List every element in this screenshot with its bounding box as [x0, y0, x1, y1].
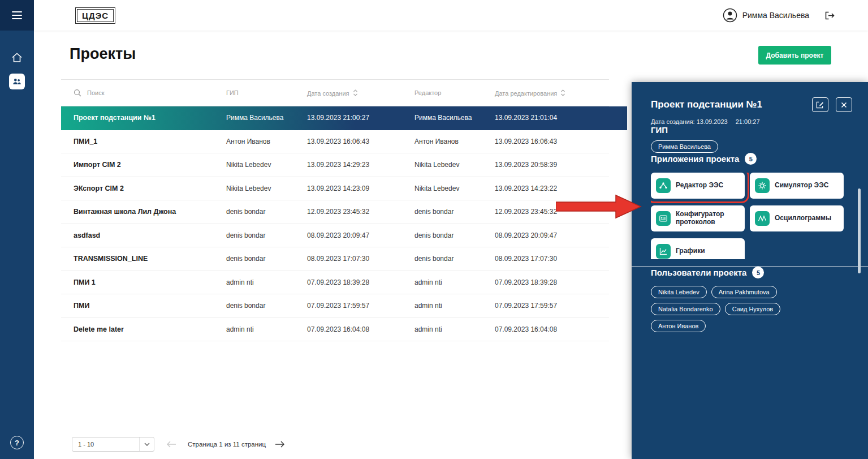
project-app-button[interactable]: Редактор ЭЭС [651, 173, 745, 199]
project-name-cell: Импорт CIM 2 [74, 161, 121, 169]
page-title: Проекты [70, 45, 136, 63]
page-size-select[interactable]: 1 - 10 [72, 437, 154, 452]
app-logo-text: ЦДЭС [77, 9, 114, 22]
table-row[interactable]: TRANSMISSION_LINE denis bondar 08.09.202… [61, 247, 609, 271]
user-name: Римма Васильева [742, 11, 809, 20]
project-name-cell: TRANSMISSION_LINE [74, 255, 148, 263]
created-date-cell: 08.09.2023 17:07:30 [307, 255, 369, 263]
project-name-cell: ПМИ_1 [74, 138, 97, 145]
edited-date-cell: 13.09.2023 14:23:22 [495, 185, 557, 192]
table-row[interactable]: ПМИ_1 Антон Иванов 13.09.2023 16:06:43 А… [61, 130, 609, 154]
user-chip: Саид Нухулов [725, 303, 781, 315]
page-range: 1 - 10 [72, 441, 94, 448]
table-row[interactable]: ПМИ 1 admin nti 07.09.2023 18:39:28 admi… [61, 271, 609, 295]
sort-icon[interactable] [560, 89, 565, 97]
apps-count-badge: 5 [745, 153, 757, 165]
app-logo: ЦДЭС [75, 7, 115, 24]
user-menu[interactable]: Римма Васильева [723, 8, 809, 23]
hamburger-icon [12, 11, 22, 12]
table-row[interactable]: ПМИ denis bondar 07.09.2023 17:59:57 adm… [61, 294, 609, 318]
close-icon [841, 102, 847, 108]
sort-icon[interactable] [353, 89, 358, 97]
apps-section-heading: Приложения проекта 5 [651, 153, 852, 165]
created-date-cell: 07.09.2023 16:04:08 [307, 325, 369, 333]
created-date-cell: 12.09.2023 23:45:32 [307, 208, 369, 216]
search-field[interactable] [74, 89, 165, 97]
close-panel-button[interactable] [836, 97, 852, 112]
project-name-cell: Delete me later [74, 325, 124, 333]
search-input[interactable] [86, 89, 165, 97]
topbar: ЦДЭС Римма Васильева [34, 0, 868, 31]
table-row[interactable]: Винтажная школа Лил Джона denis bondar 1… [61, 200, 609, 224]
users-section-heading: Пользователи проекта 5 [651, 267, 852, 278]
editor-cell: admin nti [414, 278, 442, 286]
table-row[interactable]: asdfasd denis bondar 08.09.2023 20:09:47… [61, 224, 609, 248]
project-name-cell: ПМИ [74, 302, 89, 310]
gip-cell: Nikita Lebedev [226, 185, 271, 192]
panel-actions [812, 97, 852, 112]
table-row[interactable]: ЭКспорт CIM 2 Nikita Lebedev 13.09.2023 … [61, 177, 609, 201]
edit-project-button[interactable] [812, 97, 828, 112]
menu-button[interactable] [0, 0, 34, 31]
gip-label: ГИП [651, 125, 852, 135]
table-row[interactable]: Delete me later admin nti 07.09.2023 16:… [61, 318, 609, 342]
sidebar-item-home[interactable] [9, 50, 25, 66]
scrollbar-thumb[interactable] [858, 188, 861, 273]
arrow-left-icon [167, 441, 176, 448]
editor-cell: Nikita Lebedev [414, 185, 459, 192]
add-project-button[interactable]: Добавить проект [758, 46, 831, 65]
user-chip: Nikita Lebedev [651, 286, 707, 298]
prev-page-button[interactable] [167, 441, 176, 448]
project-table-body: Проект подстанции №1 Римма Васильева 13.… [61, 106, 609, 341]
avatar-icon [723, 8, 737, 23]
edited-date-cell: 07.09.2023 18:39:28 [495, 278, 557, 286]
created-date-cell: 07.09.2023 18:39:28 [307, 278, 369, 286]
sidebar: ? [0, 0, 34, 459]
table-row[interactable]: Импорт CIM 2 Nikita Lebedev 13.09.2023 1… [61, 153, 609, 177]
user-chip: Natalia Bondarenko [651, 303, 720, 315]
edited-date-cell: 07.09.2023 16:04:08 [495, 325, 557, 333]
question-mark-icon: ? [15, 439, 19, 447]
help-button[interactable]: ? [10, 436, 24, 449]
edited-date-cell: 07.09.2023 17:59:57 [495, 302, 557, 310]
gip-cell: Римма Васильева [226, 114, 283, 122]
gip-cell: admin nti [226, 278, 254, 286]
project-name-cell: Проект подстанции №1 [74, 114, 156, 122]
arrow-right-icon [275, 441, 284, 448]
panel-created-date: Дата создания: 13.09.202321:00:27 [651, 118, 852, 125]
project-app-button[interactable]: Графики [651, 238, 745, 259]
pagination: 1 - 10 Страница 1 из 11 страниц [72, 437, 284, 452]
created-date-cell: 08.09.2023 20:09:47 [307, 231, 369, 239]
editor-cell: Антон Иванов [414, 138, 459, 145]
logout-button[interactable] [824, 10, 835, 21]
next-page-button[interactable] [275, 441, 284, 448]
editor-cell: denis bondar [414, 231, 454, 239]
project-name-cell: ЭКспорт CIM 2 [74, 185, 124, 192]
home-icon [11, 52, 23, 64]
project-app-button[interactable]: Симулятор ЭЭС [750, 173, 844, 199]
oscillograms-icon [755, 211, 770, 226]
chevron-down-icon [139, 437, 154, 451]
sidebar-item-projects[interactable] [9, 74, 25, 89]
created-date-cell: 13.09.2023 16:06:43 [307, 138, 369, 145]
page-indicator: Страница 1 из 11 страниц [188, 441, 266, 448]
users-grid: Nikita LebedevArina PakhmutovaNatalia Bo… [651, 286, 815, 332]
panel-header: Проект подстанции №1 [651, 82, 852, 112]
sidebar-nav [0, 50, 34, 89]
project-name-cell: ПМИ 1 [74, 278, 96, 286]
created-date-cell: 13.09.2023 14:23:09 [307, 185, 369, 192]
topbar-right: Римма Васильева [723, 8, 835, 23]
user-chip: Arina Pakhmutova [711, 286, 777, 298]
table-row[interactable]: Проект подстанции №1 Римма Васильева 13.… [61, 106, 627, 130]
column-header-editor: Редактор [414, 89, 441, 96]
project-app-button[interactable]: Конфигуратор протоколов [651, 205, 745, 231]
editor-cell: Римма Васильева [414, 114, 472, 122]
project-app-button[interactable]: Осциллограммы [750, 205, 844, 231]
editor-cell: admin nti [414, 302, 442, 310]
gip-cell: denis bondar [226, 255, 265, 263]
edited-date-cell: 13.09.2023 20:58:39 [495, 161, 557, 169]
gip-cell: denis bondar [226, 208, 265, 216]
project-detail-panel: Проект подстанции №1 Дата создания: 13.0… [632, 82, 868, 459]
users-icon [12, 76, 22, 87]
edited-date-cell: 12.09.2023 23:45:32 [495, 208, 557, 216]
